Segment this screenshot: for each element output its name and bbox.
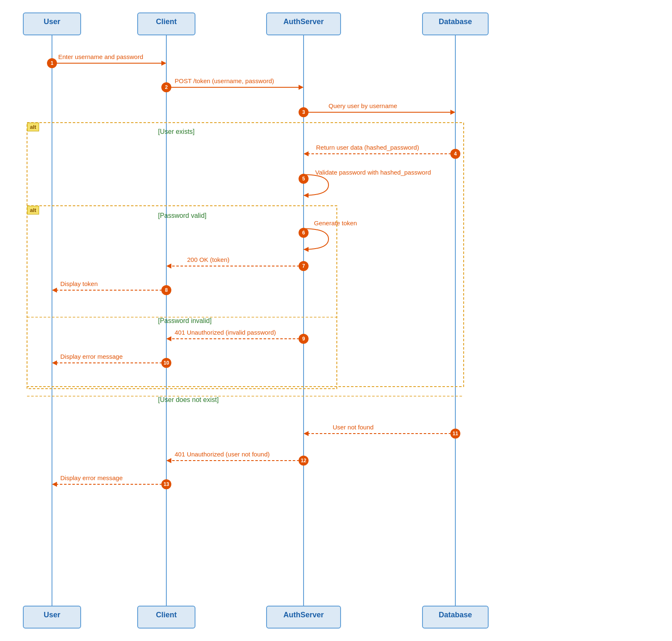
section-password-valid: [Password valid] (158, 212, 207, 219)
msg-11: User not found (333, 424, 373, 431)
sequence-diagram: User Client AuthServer Database User Cli… (0, 0, 672, 641)
svg-marker-15 (304, 151, 309, 156)
section-user-exists: [User exists] (158, 128, 195, 136)
msg-13: Display error message (60, 474, 123, 481)
actor-authserver-bottom: AuthServer (266, 606, 341, 629)
svg-marker-19 (166, 264, 171, 269)
alt-label-2: alt (27, 206, 39, 214)
svg-rect-4 (27, 123, 464, 387)
svg-marker-9 (161, 61, 166, 66)
seq-2: 2 (161, 82, 171, 92)
seq-3: 3 (299, 107, 309, 117)
seq-8: 8 (161, 285, 171, 295)
actor-database-bottom: Database (422, 606, 489, 629)
actor-authserver-top: AuthServer (266, 12, 341, 35)
section-user-not-exist: [User does not exist] (158, 396, 219, 404)
seq-11: 11 (450, 429, 460, 439)
actor-client-bottom: Client (137, 606, 195, 629)
seq-7: 7 (299, 261, 309, 271)
msg-5: Validate password with hashed_password (315, 169, 431, 176)
seq-10: 10 (161, 358, 171, 368)
svg-marker-13 (450, 110, 455, 115)
msg-6: Generate token (314, 219, 357, 227)
msg-9: 401 Unauthorized (invalid password) (175, 329, 276, 336)
svg-marker-16 (304, 193, 309, 198)
seq-9: 9 (299, 334, 309, 344)
msg-7: 200 OK (token) (187, 256, 230, 263)
msg-8: Display token (60, 280, 98, 287)
msg-12: 401 Unauthorized (user not found) (175, 451, 269, 458)
svg-marker-29 (166, 458, 171, 463)
svg-marker-25 (52, 360, 57, 365)
actor-database-top: Database (422, 12, 489, 35)
seq-5: 5 (299, 174, 309, 184)
msg-3: Query user by username (329, 102, 397, 109)
seq-6: 6 (299, 228, 309, 238)
seq-4: 4 (450, 149, 460, 159)
msg-1: Enter username and password (58, 53, 143, 60)
msg-4: Return user data (hashed_password) (316, 144, 419, 151)
section-password-invalid: [Password invalid] (158, 317, 212, 325)
actor-user-top: User (23, 12, 81, 35)
seq-12: 12 (299, 456, 309, 466)
svg-marker-11 (299, 85, 304, 90)
arrows-svg (0, 0, 672, 641)
svg-marker-21 (52, 288, 57, 293)
actor-client-top: Client (137, 12, 195, 35)
seq-1: 1 (47, 58, 57, 68)
seq-13: 13 (161, 479, 171, 489)
msg-10: Display error message (60, 353, 123, 360)
svg-marker-23 (166, 336, 171, 341)
svg-marker-31 (52, 482, 57, 487)
alt-label-1: alt (27, 123, 39, 131)
actor-user-bottom: User (23, 606, 81, 629)
svg-marker-27 (304, 431, 309, 436)
svg-marker-17 (304, 247, 309, 252)
svg-rect-6 (27, 206, 337, 389)
msg-2: POST /token (username, password) (175, 77, 274, 84)
